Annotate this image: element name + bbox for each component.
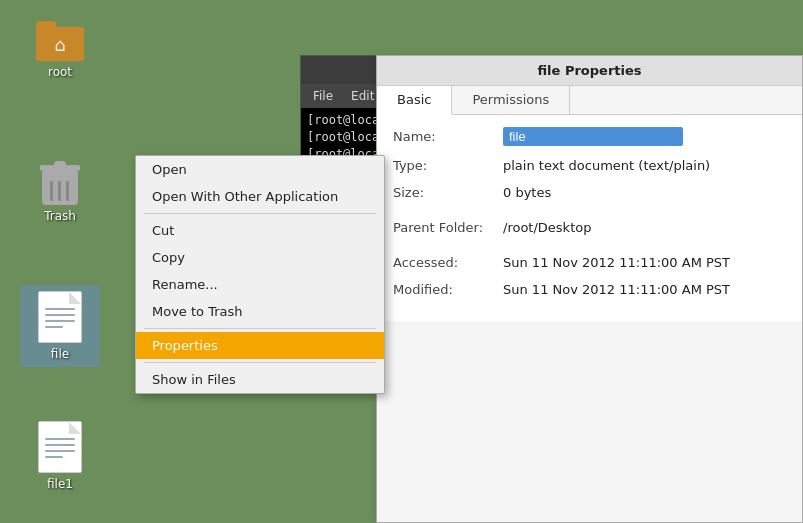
context-menu-open[interactable]: Open: [136, 156, 384, 183]
prop-row-name: Name:: [393, 127, 786, 146]
desktop-icon-root[interactable]: ⌂ root: [20, 15, 100, 85]
context-menu-separator-1: [144, 213, 376, 214]
context-menu-open-with[interactable]: Open With Other Application: [136, 183, 384, 210]
terminal-menu-file[interactable]: File: [305, 87, 341, 105]
desktop: ⌂ root Trash: [0, 0, 803, 523]
prop-row-accessed: Accessed: Sun 11 Nov 2012 11:11:00 AM PS…: [393, 255, 786, 270]
properties-title: file Properties: [537, 63, 641, 78]
context-menu-move-trash[interactable]: Move to Trash: [136, 298, 384, 325]
prop-value-name[interactable]: [503, 127, 683, 146]
trash-icon-label: Trash: [44, 209, 76, 223]
context-menu-show-files[interactable]: Show in Files: [136, 366, 384, 393]
context-menu: Open Open With Other Application Cut Cop…: [135, 155, 385, 394]
properties-titlebar: file Properties: [377, 56, 802, 86]
context-menu-separator-3: [144, 362, 376, 363]
prop-value-size: 0 bytes: [503, 185, 551, 200]
prop-label-name: Name:: [393, 129, 503, 144]
prop-row-size: Size: 0 bytes: [393, 185, 786, 200]
folder-icon: ⌂: [36, 21, 84, 61]
context-menu-cut[interactable]: Cut: [136, 217, 384, 244]
tab-basic[interactable]: Basic: [377, 86, 452, 115]
prop-label-size: Size:: [393, 185, 503, 200]
file-icon: [38, 291, 82, 343]
prop-value-accessed: Sun 11 Nov 2012 11:11:00 AM PST: [503, 255, 730, 270]
prop-value-modified: Sun 11 Nov 2012 11:11:00 AM PST: [503, 282, 730, 297]
root-icon-label: root: [48, 65, 72, 79]
prop-gap-1: [393, 212, 786, 220]
prop-row-parent: Parent Folder: /root/Desktop: [393, 220, 786, 235]
prop-row-type: Type: plain text document (text/plain): [393, 158, 786, 173]
file1-icon: [38, 421, 82, 473]
desktop-icon-file[interactable]: file: [20, 285, 100, 367]
properties-content: Name: Type: plain text document (text/pl…: [377, 115, 802, 321]
properties-panel: file Properties Basic Permissions Name: …: [376, 55, 803, 523]
file-icon-label: file: [51, 347, 69, 361]
context-menu-copy[interactable]: Copy: [136, 244, 384, 271]
prop-gap-2: [393, 247, 786, 255]
properties-tabs: Basic Permissions: [377, 86, 802, 115]
tab-permissions[interactable]: Permissions: [452, 86, 570, 114]
context-menu-properties[interactable]: Properties: [136, 332, 384, 359]
prop-label-modified: Modified:: [393, 282, 503, 297]
prop-label-accessed: Accessed:: [393, 255, 503, 270]
trash-icon: [40, 161, 80, 205]
context-menu-rename[interactable]: Rename...: [136, 271, 384, 298]
desktop-icon-trash[interactable]: Trash: [20, 155, 100, 229]
prop-label-parent: Parent Folder:: [393, 220, 503, 235]
prop-label-type: Type:: [393, 158, 503, 173]
desktop-icon-file1[interactable]: file1: [20, 415, 100, 497]
context-menu-separator-2: [144, 328, 376, 329]
prop-row-modified: Modified: Sun 11 Nov 2012 11:11:00 AM PS…: [393, 282, 786, 297]
prop-value-type: plain text document (text/plain): [503, 158, 710, 173]
file1-icon-label: file1: [47, 477, 73, 491]
prop-value-parent: /root/Desktop: [503, 220, 591, 235]
